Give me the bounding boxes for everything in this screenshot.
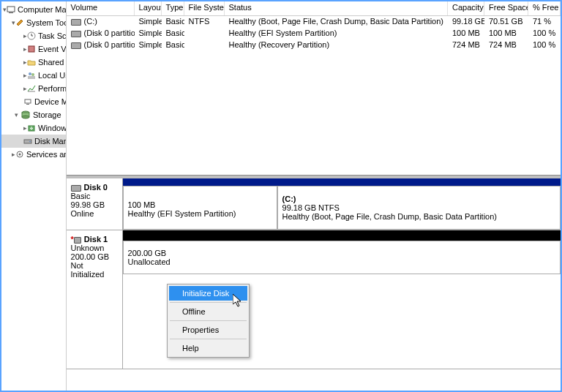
cell-layout: Simple <box>135 17 162 28</box>
disk-type: Basic <box>71 192 91 200</box>
cell-pct: 71 % <box>528 17 561 28</box>
tree-server-backup[interactable]: ▸ Windows Server Backup <box>1 121 66 135</box>
disk-0-row[interactable]: Disk 0 Basic 99.98 GB Online 100 MB Heal… <box>67 178 561 230</box>
cell-type: Basic <box>162 40 184 51</box>
cell-free: 70.51 GB <box>484 17 528 28</box>
disk-title: Disk 0 <box>84 183 108 192</box>
menu-initialize-disk[interactable]: Initialize Disk <box>169 286 247 301</box>
users-icon <box>27 70 36 80</box>
col-type[interactable]: Type <box>162 1 184 15</box>
disk-icon <box>23 136 32 146</box>
menu-offline[interactable]: Offline <box>169 304 247 319</box>
label: Local Users and Groups <box>38 71 67 80</box>
volume-icon <box>71 19 81 26</box>
event-icon <box>27 44 36 54</box>
label: Services and Applications <box>26 150 67 159</box>
label: Disk Management <box>34 137 67 146</box>
part-status: Healthy (EFI System Partition) <box>128 209 272 218</box>
label: Performance <box>38 84 67 93</box>
disk-icon <box>71 185 81 192</box>
volume-list[interactable]: Volume Layout Type File System Status Ca… <box>67 1 561 176</box>
cell-type: Basic <box>162 29 184 39</box>
cell-capacity: 99.18 GB <box>448 17 484 28</box>
disk-size: 99.98 GB <box>71 200 105 209</box>
cell-status: Healthy (EFI System Partition) <box>225 29 448 39</box>
volume-icon <box>71 42 81 49</box>
label: Task Scheduler <box>38 31 67 40</box>
svg-rect-7 <box>25 99 31 103</box>
menu-help[interactable]: Help <box>169 341 247 355</box>
cell-free: 724 MB <box>484 40 528 51</box>
tree-services[interactable]: ▸ Services and Applications <box>1 148 66 161</box>
tree-device-manager[interactable]: Device Manager <box>1 95 66 108</box>
tree-shared-folders[interactable]: ▸ Shared Folders <box>1 56 66 69</box>
computer-management-window: ▾ Computer Management (Local ▾ System To… <box>0 0 562 392</box>
cell-capacity: 724 MB <box>448 40 484 51</box>
col-capacity[interactable]: Capacity <box>448 1 484 15</box>
menu-separator <box>170 302 247 303</box>
cell-capacity: 100 MB <box>448 29 484 39</box>
tree-task-scheduler[interactable]: ▸ Task Scheduler <box>1 29 66 42</box>
cell-volume: (C:) <box>67 17 135 28</box>
tree-root[interactable]: ▾ Computer Management (Local <box>1 3 66 16</box>
label: System Tools <box>26 18 67 27</box>
cell-pct: 100 % <box>528 29 561 39</box>
table-row[interactable]: (Disk 0 partition 1)SimpleBasicHealthy (… <box>67 28 561 39</box>
tree-local-users[interactable]: ▸ Local Users and Groups <box>1 69 66 82</box>
menu-properties[interactable]: Properties <box>169 323 247 337</box>
collapse-icon[interactable]: ▾ <box>12 111 20 118</box>
disk-1-row[interactable]: *Disk 1 Unknown 200.00 GB Not Initialize… <box>67 230 561 369</box>
cell-layout: Simple <box>135 29 162 39</box>
disk-icon <box>74 237 81 244</box>
col-filesystem[interactable]: File System <box>184 1 225 15</box>
disk-0-info[interactable]: Disk 0 Basic 99.98 GB Online <box>67 178 123 230</box>
volume-list-body[interactable]: (C:)SimpleBasicNTFSHealthy (Boot, Page F… <box>67 16 561 175</box>
disk-state: Online <box>71 209 94 218</box>
tree-system-tools[interactable]: ▾ System Tools <box>1 16 66 29</box>
svg-rect-8 <box>26 104 29 105</box>
part-size: 100 MB <box>128 200 272 209</box>
disk-0-part-2[interactable]: (C:) 99.18 GB NTFS Healthy (Boot, Page F… <box>277 186 561 230</box>
label: Shared Folders <box>38 58 67 67</box>
storage-icon <box>20 110 31 120</box>
svg-point-16 <box>19 154 21 156</box>
label: Storage <box>33 110 61 119</box>
col-layout[interactable]: Layout <box>135 1 162 15</box>
label: Event Viewer <box>38 45 67 53</box>
col-status[interactable]: Status <box>225 1 448 15</box>
col-pct[interactable]: % Free <box>528 1 561 15</box>
tree-performance[interactable]: ▸ Performance <box>1 82 66 95</box>
tree-disk-management[interactable]: Disk Management <box>1 135 66 148</box>
col-volume[interactable]: Volume <box>67 1 135 15</box>
tree-storage[interactable]: ▾ Storage <box>1 108 66 121</box>
device-icon <box>23 97 32 107</box>
computer-icon <box>7 4 15 15</box>
svg-point-5 <box>31 73 34 76</box>
tree-event-viewer[interactable]: ▸ Event Viewer <box>1 42 66 56</box>
cell-fs: NTFS <box>184 17 225 28</box>
disk-1-unallocated[interactable]: 200.00 GB Unallocated <box>123 241 561 274</box>
svg-rect-0 <box>7 7 15 12</box>
label: Windows Server Backup <box>38 124 67 132</box>
cell-status: Healthy (Recovery Partition) <box>225 40 448 51</box>
svg-rect-1 <box>9 12 13 13</box>
disk-0-part-1[interactable]: 100 MB Healthy (EFI System Partition) <box>123 186 277 230</box>
cell-volume: (Disk 0 partition 4) <box>67 40 135 51</box>
part-label: (C:) <box>282 195 296 203</box>
backup-icon <box>27 123 36 133</box>
menu-separator <box>170 320 247 321</box>
disk-size: 200.00 GB <box>71 252 110 261</box>
table-row[interactable]: (Disk 0 partition 4)SimpleBasicHealthy (… <box>67 39 561 51</box>
svg-point-11 <box>22 116 29 118</box>
volume-list-header[interactable]: Volume Layout Type File System Status Ca… <box>67 1 561 16</box>
cell-fs <box>184 40 225 51</box>
col-free[interactable]: Free Space <box>484 1 528 15</box>
nav-tree[interactable]: ▾ Computer Management (Local ▾ System To… <box>1 1 67 391</box>
clock-icon <box>27 31 36 41</box>
cell-type: Basic <box>162 17 184 28</box>
table-row[interactable]: (C:)SimpleBasicNTFSHealthy (Boot, Page F… <box>67 16 561 28</box>
disk-title: Disk 1 <box>84 235 108 244</box>
disk-1-info[interactable]: *Disk 1 Unknown 200.00 GB Not Initialize… <box>67 230 123 369</box>
cell-volume: (Disk 0 partition 1) <box>67 29 135 39</box>
part-status: Healthy (Boot, Page File, Crash Dump, Ba… <box>282 212 555 221</box>
